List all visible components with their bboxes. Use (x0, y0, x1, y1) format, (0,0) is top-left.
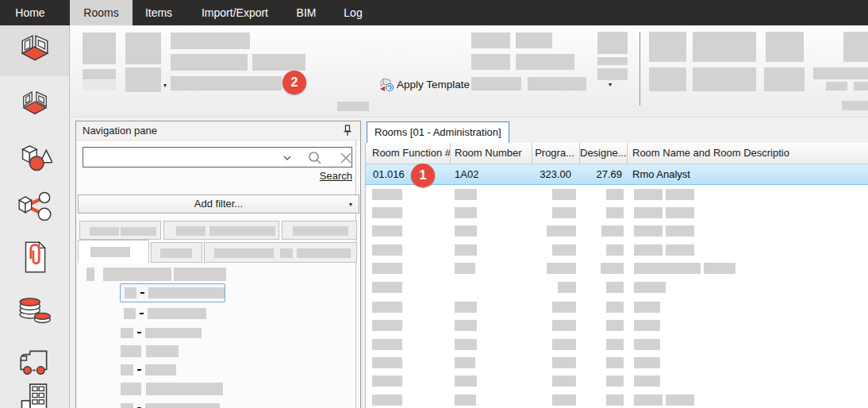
column-header-room-function[interactable]: Room Function # (366, 143, 451, 164)
redacted-block (634, 189, 663, 200)
cell-room-function: 01.016 (373, 168, 405, 180)
sidebar-item-connections[interactable] (0, 183, 69, 230)
redacted-block (83, 69, 116, 79)
sidebar-item-rooms-alt[interactable] (0, 81, 69, 129)
table-row[interactable] (366, 207, 868, 218)
redacted-block (145, 403, 220, 408)
table-row[interactable] (366, 302, 868, 313)
tree-item-selected[interactable] (120, 283, 225, 302)
menu-home[interactable]: Home (11, 0, 49, 25)
redacted-block (854, 82, 868, 90)
coins-icon (17, 293, 52, 326)
scrollbar[interactable] (355, 140, 356, 408)
dropdown-arrow-icon[interactable]: ▾ (163, 83, 167, 89)
redacted-block (372, 320, 402, 331)
menu-rooms[interactable]: Rooms (70, 0, 133, 25)
redacted-block (552, 357, 576, 368)
table-row[interactable] (366, 320, 868, 331)
redacted-block (597, 57, 628, 65)
redacted-block (455, 339, 477, 350)
redacted-block (552, 302, 576, 313)
redacted-block (455, 263, 475, 274)
redacted-block (171, 54, 248, 71)
redacted-block (666, 395, 694, 406)
redacted-block (455, 244, 477, 256)
tree-item[interactable] (124, 306, 206, 321)
menu-log[interactable]: Log (336, 0, 371, 25)
chevron-down-icon[interactable] (283, 156, 291, 160)
nav-tab[interactable] (163, 221, 279, 240)
redacted-block (516, 54, 574, 70)
redacted-block (145, 364, 176, 375)
sidebar-item-items[interactable] (0, 133, 69, 180)
column-header-programmed[interactable]: Progra... (532, 143, 580, 164)
tree-item[interactable] (121, 363, 176, 377)
redacted-block (606, 357, 624, 368)
sidebar-item-attachments[interactable] (0, 232, 69, 283)
sidebar-item-buildings[interactable] (0, 379, 69, 408)
table-row[interactable] (366, 225, 868, 237)
redacted-block (372, 375, 402, 387)
table-row[interactable] (366, 263, 868, 274)
menu-items[interactable]: Items (140, 0, 178, 25)
redacted-block (124, 308, 136, 319)
redacted-block (766, 32, 804, 62)
table-row[interactable] (366, 339, 868, 350)
tree-item[interactable] (121, 344, 179, 358)
rooms-document-tab[interactable]: Rooms [01 - Administration] (367, 121, 509, 143)
search-icon[interactable] (308, 151, 322, 165)
nav-tab[interactable] (79, 221, 161, 240)
sidebar-item-finance[interactable] (0, 286, 69, 333)
redacted-block (826, 82, 847, 90)
redacted-block (455, 302, 477, 313)
redacted-block (83, 33, 116, 64)
redacted-block (843, 32, 868, 62)
redacted-block (372, 225, 402, 237)
nav-tab[interactable] (151, 242, 202, 263)
redacted-block (372, 189, 402, 200)
redacted-block (146, 383, 223, 395)
sidebar-item-logistics[interactable] (0, 337, 69, 386)
table-row[interactable] (366, 244, 868, 256)
nav-tab[interactable] (204, 242, 357, 263)
pin-icon[interactable] (343, 125, 352, 140)
redacted-block (471, 77, 521, 90)
table-row[interactable] (366, 357, 868, 368)
clear-icon[interactable] (339, 151, 353, 165)
search-link[interactable]: Search (320, 170, 352, 182)
menu-import-export[interactable]: Import/Export (191, 0, 278, 25)
redacted-block (606, 244, 624, 256)
column-header-designed[interactable]: Designe... (580, 143, 628, 164)
table-row[interactable] (366, 282, 868, 293)
sidebar-item-rooms[interactable] (0, 25, 69, 76)
redacted-block (634, 320, 660, 331)
column-header-room-number[interactable]: Room Number (451, 143, 532, 164)
redacted-block (121, 345, 141, 357)
dropdown-arrow-icon[interactable]: ▾ (609, 82, 612, 88)
redacted-block (547, 263, 576, 274)
table-row[interactable] (366, 375, 868, 387)
table-row[interactable] (366, 189, 868, 200)
add-filter-button[interactable]: Add filter... ▾ (78, 194, 359, 214)
rooms-icon (18, 34, 52, 67)
redacted-block (606, 302, 624, 313)
search-input[interactable] (83, 147, 352, 167)
redacted-block (606, 282, 624, 293)
tree-item[interactable] (121, 325, 202, 340)
redacted-block (666, 207, 694, 218)
tree-item[interactable] (86, 267, 226, 281)
table-row[interactable] (366, 395, 868, 406)
column-header-room-name[interactable]: Room Name and Room Descriptio (628, 143, 868, 164)
redacted-block (293, 226, 348, 236)
tree-item[interactable] (121, 401, 220, 408)
tree-item[interactable] (121, 382, 223, 396)
redacted-block (145, 328, 202, 338)
redacted-block (121, 364, 133, 375)
nav-tab[interactable] (282, 221, 357, 240)
nav-tab-active[interactable] (78, 240, 149, 264)
redacted-block (471, 33, 510, 48)
table-row-selected[interactable]: 01.016 1A02 323.00 27.69 Rmo Analyst (366, 164, 868, 185)
menu-bim[interactable]: BIM (289, 0, 324, 25)
redacted-block (146, 345, 179, 357)
apply-template-button[interactable]: Apply Template (378, 75, 470, 93)
